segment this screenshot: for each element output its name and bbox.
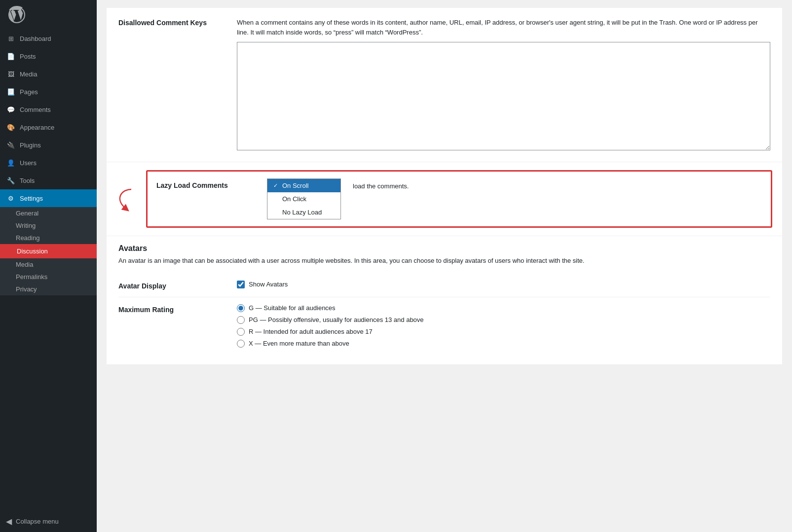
rating-g-radio[interactable] bbox=[237, 304, 245, 312]
appearance-icon: 🎨 bbox=[6, 122, 16, 132]
maximum-rating-row: Maximum Rating G — Suitable for all audi… bbox=[118, 297, 770, 355]
show-avatars-checkbox[interactable] bbox=[237, 281, 245, 288]
show-avatars-label[interactable]: Show Avatars bbox=[237, 281, 770, 288]
avatars-description: An avatar is an image that can be associ… bbox=[118, 256, 770, 266]
dropdown-option-no-lazy[interactable]: No Lazy Load bbox=[267, 206, 340, 219]
maximum-rating-label: Maximum Rating bbox=[118, 304, 237, 314]
page-wrapper: Disallowed Comment Keys When a comment c… bbox=[97, 0, 792, 372]
submenu-privacy[interactable]: Privacy bbox=[0, 283, 97, 295]
nav-appearance[interactable]: 🎨 Appearance bbox=[0, 118, 97, 136]
dashboard-icon: ⊞ bbox=[6, 34, 16, 43]
dropdown-option-on-scroll[interactable]: ✓ On Scroll bbox=[267, 179, 340, 192]
rating-pg-label[interactable]: PG — Possibly offensive, usually for aud… bbox=[237, 316, 770, 324]
main-content-area: Disallowed Comment Keys When a comment c… bbox=[97, 0, 792, 532]
nav-media[interactable]: 🖼 Media bbox=[0, 65, 97, 83]
disallowed-keys-description: When a comment contains any of these wor… bbox=[237, 18, 770, 37]
option-no-lazy-label: No Lazy Load bbox=[282, 209, 322, 216]
collapse-menu-button[interactable]: ◀ Collapse menu bbox=[0, 511, 97, 532]
lazy-load-description: load the comments. bbox=[353, 178, 409, 190]
submenu-media-link[interactable]: Media bbox=[0, 258, 97, 271]
sidebar: ⊞ Dashboard 📄 Posts 🖼 Media 📃 Pages � bbox=[0, 0, 97, 532]
collapse-arrow-icon: ◀ bbox=[6, 517, 12, 526]
disallowed-keys-label: Disallowed Comment Keys bbox=[118, 18, 237, 27]
submenu-reading-link[interactable]: Reading bbox=[0, 232, 97, 244]
rating-x-label[interactable]: X — Even more mature than above bbox=[237, 340, 770, 348]
submenu-discussion-link[interactable]: Discussion bbox=[0, 244, 97, 258]
rating-pg-radio[interactable] bbox=[237, 316, 245, 324]
submenu-privacy-link[interactable]: Privacy bbox=[0, 283, 97, 295]
nav-appearance-label: Appearance bbox=[20, 124, 54, 131]
submenu-permalinks[interactable]: Permalinks bbox=[0, 271, 97, 283]
nav-settings[interactable]: ⚙ Settings General Writing Reading Discu… bbox=[0, 189, 97, 295]
nav-posts[interactable]: 📄 Posts bbox=[0, 47, 97, 65]
rating-r-text: R — Intended for adult audiences above 1… bbox=[249, 328, 373, 335]
nav-media-label: Media bbox=[20, 71, 37, 78]
lazy-load-desc-text: load the comments. bbox=[353, 182, 409, 190]
avatars-section: Avatars An avatar is an image that can b… bbox=[107, 236, 782, 364]
rating-r-radio[interactable] bbox=[237, 328, 245, 336]
submenu-general-link[interactable]: General bbox=[0, 207, 97, 219]
nav-posts-label: Posts bbox=[20, 53, 36, 60]
tools-icon: 🔧 bbox=[6, 176, 16, 185]
wordpress-icon bbox=[8, 6, 26, 24]
plugins-icon: 🔌 bbox=[6, 140, 16, 150]
nav-users-label: Users bbox=[20, 159, 37, 167]
comments-icon: 💬 bbox=[6, 105, 16, 114]
avatars-heading: Avatars bbox=[118, 236, 770, 256]
rating-radio-group: G — Suitable for all audiences PG — Poss… bbox=[237, 304, 770, 348]
rating-x-text: X — Even more mature than above bbox=[249, 340, 349, 347]
submenu-media[interactable]: Media bbox=[0, 258, 97, 271]
maximum-rating-content: G — Suitable for all audiences PG — Poss… bbox=[237, 304, 770, 348]
submenu-discussion[interactable]: Discussion bbox=[0, 244, 97, 258]
nav-settings-label: Settings bbox=[20, 195, 43, 202]
submenu-writing[interactable]: Writing bbox=[0, 219, 97, 232]
nav-comments[interactable]: 💬 Comments bbox=[0, 101, 97, 118]
avatar-display-content: Show Avatars bbox=[237, 281, 770, 288]
submenu-general[interactable]: General bbox=[0, 207, 97, 219]
nav-plugins[interactable]: 🔌 Plugins bbox=[0, 136, 97, 154]
option-on-scroll-label: On Scroll bbox=[282, 182, 308, 189]
submenu-writing-link[interactable]: Writing bbox=[0, 219, 97, 232]
settings-submenu: General Writing Reading Discussion Media… bbox=[0, 207, 97, 295]
nav-tools-label: Tools bbox=[20, 177, 35, 184]
users-icon: 👤 bbox=[6, 158, 16, 168]
wp-logo bbox=[0, 0, 97, 30]
submenu-permalinks-link[interactable]: Permalinks bbox=[0, 271, 97, 283]
nav-dashboard-label: Dashboard bbox=[20, 35, 51, 42]
avatar-display-row: Avatar Display Show Avatars bbox=[118, 274, 770, 297]
rating-x-radio[interactable] bbox=[237, 340, 245, 348]
media-icon: 🖼 bbox=[6, 69, 16, 79]
lazy-load-controls: ✓ On Scroll On Click No Lazy Load bbox=[267, 178, 341, 219]
nav-plugins-label: Plugins bbox=[20, 142, 41, 149]
disallowed-keys-content: When a comment contains any of these wor… bbox=[237, 18, 770, 152]
disallowed-keys-textarea[interactable] bbox=[237, 42, 770, 150]
rating-r-label[interactable]: R — Intended for adult audiences above 1… bbox=[237, 328, 770, 336]
posts-icon: 📄 bbox=[6, 51, 16, 61]
collapse-menu-label: Collapse menu bbox=[16, 518, 59, 525]
lazy-load-label: Lazy Load Comments bbox=[156, 178, 255, 189]
show-avatars-text: Show Avatars bbox=[249, 281, 288, 288]
settings-icon: ⚙ bbox=[6, 193, 16, 203]
nav-tools[interactable]: 🔧 Tools bbox=[0, 172, 97, 189]
lazy-load-section: Lazy Load Comments ✓ On Scroll On Click bbox=[107, 162, 782, 236]
main-nav: ⊞ Dashboard 📄 Posts 🖼 Media 📃 Pages � bbox=[0, 30, 97, 295]
submenu-reading[interactable]: Reading bbox=[0, 232, 97, 244]
lazy-load-highlight-box: Lazy Load Comments ✓ On Scroll On Click bbox=[146, 170, 772, 228]
check-icon: ✓ bbox=[273, 182, 279, 189]
pages-icon: 📃 bbox=[6, 87, 16, 97]
dropdown-option-on-click[interactable]: On Click bbox=[267, 192, 340, 206]
lazy-load-dropdown[interactable]: ✓ On Scroll On Click No Lazy Load bbox=[267, 178, 341, 219]
disallowed-keys-section: Disallowed Comment Keys When a comment c… bbox=[107, 8, 782, 162]
nav-comments-label: Comments bbox=[20, 106, 51, 113]
avatar-display-label: Avatar Display bbox=[118, 281, 237, 290]
rating-g-text: G — Suitable for all audiences bbox=[249, 304, 336, 312]
option-on-click-label: On Click bbox=[282, 195, 306, 203]
rating-pg-text: PG — Possibly offensive, usually for aud… bbox=[249, 316, 424, 323]
nav-dashboard[interactable]: ⊞ Dashboard bbox=[0, 30, 97, 47]
nav-users[interactable]: 👤 Users bbox=[0, 154, 97, 172]
annotation-arrow bbox=[112, 184, 136, 214]
rating-g-label[interactable]: G — Suitable for all audiences bbox=[237, 304, 770, 312]
nav-pages-label: Pages bbox=[20, 88, 38, 96]
nav-pages[interactable]: 📃 Pages bbox=[0, 83, 97, 101]
